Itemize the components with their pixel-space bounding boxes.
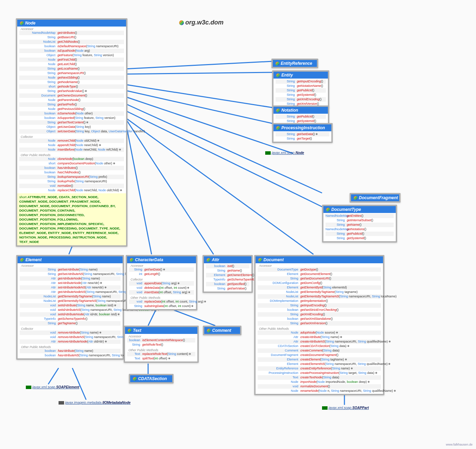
method-row[interactable]: StringgetPublicId ()	[276, 114, 326, 119]
method-row[interactable]: StringgetNotationName ()	[276, 84, 326, 88]
method-row[interactable]: CDATASectioncreateCDATASection (String d…	[258, 344, 381, 348]
method-row[interactable]: NodeListgetElementsByTagNameNS (String n…	[20, 299, 121, 303]
method-row[interactable]: booleanhasAttributes ()	[19, 166, 124, 170]
method-row[interactable]: AttrgetAttributeNodeNS (String namespace…	[20, 290, 121, 294]
method-row[interactable]: voidsetIdAttributeNS (String namespaceUR…	[20, 308, 121, 312]
method-row[interactable]: AttrsetAttributeNode (Attr newAttr)✱	[20, 281, 121, 285]
method-row[interactable]: Stringget/setDocumentURI ()	[258, 276, 381, 281]
method-row[interactable]: StringlookupPrefix (String namespaceURI)	[19, 179, 124, 184]
method-row[interactable]: StringgetTarget ()	[276, 136, 329, 141]
method-row[interactable]: DocumentFragmentcreateDocumentFragment (…	[258, 353, 381, 357]
method-row[interactable]: StringgetSystemId ()	[325, 236, 394, 241]
method-row[interactable]: ElementgetDocumentElement ()	[258, 272, 381, 276]
class-header-pi[interactable]: ProcessingInstruction	[273, 124, 331, 131]
method-row[interactable]: StringgetInternalSubset ()	[325, 218, 394, 223]
extlink-soapelement[interactable]: javax.xml.soap.SOAPElement	[26, 385, 79, 389]
method-row[interactable]: StringgetNodeName ()	[19, 80, 124, 84]
method-row[interactable]: ElementgetOwnerElement ()	[206, 273, 249, 277]
method-row[interactable]: StringgetLocalName ()	[19, 67, 124, 71]
class-header-documentfragment[interactable]: DocumentFragment	[351, 194, 399, 201]
method-row[interactable]: Stringget/setAttributeNS (String namespa…	[20, 272, 121, 276]
method-row[interactable]: ProcessingInstructioncreateProcessingIns…	[258, 371, 381, 375]
method-row[interactable]: voidremoveAttribute (String name)✱	[20, 330, 121, 335]
class-header-characterdata[interactable]: CharacterData	[127, 256, 196, 263]
extlink-iiometadatanode[interactable]: javax.imageio.metadata.IIOMetadataNode	[59, 401, 131, 405]
method-row[interactable]: Stringget/setData ()✱	[129, 267, 194, 272]
method-row[interactable]: StringgetInputEncoding ()	[258, 303, 381, 308]
method-row[interactable]: NodeinsertBefore (Node newChild, Node re…	[19, 147, 124, 152]
method-row[interactable]: DOMImplementationgetImplementation ()	[258, 299, 381, 303]
method-row[interactable]: StringgetSystemId ()	[276, 93, 326, 97]
method-row[interactable]: Stringget/setTextContent ()✱	[19, 120, 124, 125]
method-row[interactable]: NodeappendChild (Node newChild)✱	[19, 143, 124, 147]
class-header-attr[interactable]: Attr	[204, 256, 251, 263]
method-row[interactable]: booleanhasAttribute (String name)	[20, 349, 121, 353]
method-row[interactable]: NamedNodeMapgetNotations ()	[325, 227, 394, 232]
method-row[interactable]: Stringget/setPrefix ()	[19, 102, 124, 107]
class-header-node[interactable]: Node	[17, 20, 126, 27]
method-row[interactable]: StringgetNamespaceURI ()	[19, 71, 124, 75]
method-row[interactable]: NodegetLastChild ()	[19, 62, 124, 67]
method-row[interactable]: voidnormalizeDocument ()	[258, 384, 381, 389]
method-row[interactable]: StringgetName ()	[325, 223, 394, 227]
method-row[interactable]: DocumentgetOwnerDocument ()	[19, 93, 124, 98]
method-row[interactable]: booleanisSameNode (Node other)	[19, 111, 124, 116]
method-row[interactable]: Stringget/setData ()✱	[276, 132, 329, 136]
method-row[interactable]: intgetLength ()	[129, 272, 194, 276]
method-row[interactable]: DocumentTypegetDoctype ()	[258, 267, 381, 272]
method-row[interactable]: booleanisEqualNode (Node arg)	[19, 49, 124, 53]
method-row[interactable]: Stringget/setAttribute (String name)	[20, 267, 121, 272]
method-row[interactable]: NodeadoptNode (Node source)✱	[258, 330, 381, 335]
method-row[interactable]: AttrcreateAttribute (String name)✱	[258, 335, 381, 339]
method-row[interactable]: ObjectgetFeature (String feature, String…	[19, 53, 124, 58]
method-row[interactable]: TextsplitText (int offset)✱	[127, 356, 195, 361]
method-row[interactable]: voidsetIdAttributeNode (Attr idAttr, boo…	[20, 312, 121, 317]
method-row[interactable]: NodeListgetChildNodes ()	[19, 40, 124, 44]
method-row[interactable]: booleanisSupported (String feature, Stri…	[19, 116, 124, 120]
method-row[interactable]: AttrremoveAttributeNode (Attr oldAttr)✱	[20, 339, 121, 344]
method-row[interactable]: booleanhasAttributeNS (String namespaceU…	[20, 353, 121, 358]
method-row[interactable]: StringgetPublicId ()	[276, 88, 326, 93]
method-row[interactable]: TypeInfogetSchemaTypeInfo ()	[206, 277, 249, 282]
method-row[interactable]: booleanisDefaultNamespace (String namesp…	[19, 44, 124, 49]
method-row[interactable]: NoderenameNode (Node n, String namespace…	[258, 389, 381, 393]
method-row[interactable]: ObjectgetUserData (String key)	[19, 125, 124, 129]
method-row[interactable]: EntityReferencecreateEntityReference (St…	[258, 366, 381, 371]
method-row[interactable]: AttrgetAttributeNode (String name)	[20, 276, 121, 281]
method-row[interactable]: NoderemoveChild (Node oldChild)✱	[19, 139, 124, 143]
method-row[interactable]: NodegetParentNode ()	[19, 98, 124, 102]
method-row[interactable]: NodecloneNode (boolean deep)	[19, 157, 124, 161]
method-row[interactable]: voidsetIdAttribute (String name, boolean…	[20, 303, 121, 308]
method-row[interactable]: NodeimportNode (Node importedNode, boole…	[258, 380, 381, 384]
method-row[interactable]: shortcompareDocumentPosition (Node other…	[19, 161, 124, 166]
method-row[interactable]: StringlookupNamespaceURI (String prefix)	[19, 175, 124, 179]
method-row[interactable]: voidremoveAttributeNS (String namespaceU…	[20, 335, 121, 339]
method-row[interactable]: voidnormalize ()	[19, 184, 124, 188]
method-row[interactable]: voidreplaceData (int offset, int count, …	[129, 299, 194, 304]
method-row[interactable]: AttrcreateAttributeNS (String namespaceU…	[258, 339, 381, 344]
method-row[interactable]: booleanisElementContentWhitespace ()	[127, 338, 195, 343]
method-row[interactable]: TextcreateTextNode (String data)	[258, 375, 381, 380]
method-row[interactable]: TypeInfogetSchemaTypeInfo ()	[20, 317, 121, 321]
method-row[interactable]: Stringget/setXmlVersion ()	[258, 321, 381, 326]
method-row[interactable]: ElementcreateElement (String tagName)✱	[258, 357, 381, 362]
method-row[interactable]: StringgetInputEncoding ()	[276, 79, 326, 84]
class-header-document[interactable]: Document	[256, 256, 383, 263]
method-row[interactable]: booleanisId ()	[206, 264, 249, 268]
method-row[interactable]: shortgetNodeType ()	[19, 84, 124, 89]
method-row[interactable]: StringgetXmlEncoding ()	[258, 312, 381, 317]
method-row[interactable]: ElementcreateElementNS (String namespace…	[258, 362, 381, 366]
method-row[interactable]: StringgetPublicId ()	[325, 232, 394, 236]
method-row[interactable]: voidappendData (String arg)✱	[129, 281, 194, 286]
method-row[interactable]: NodegetPreviousSibling ()	[19, 107, 124, 111]
method-row[interactable]: CommentcreateComment (String data)	[258, 348, 381, 353]
method-row[interactable]: StringgetName ()	[206, 268, 249, 273]
method-row[interactable]: AttrsetAttributeNodeNS (Attr newAttr)✱	[20, 285, 121, 290]
method-row[interactable]: StringgetXmlEncoding ()	[276, 97, 326, 102]
class-header-notation[interactable]: Notation	[273, 107, 328, 114]
method-row[interactable]: NodeListgetElementsByTagName (String tag…	[258, 290, 381, 294]
class-header-entity[interactable]: Entity	[273, 72, 328, 79]
method-row[interactable]: voidinsertData (int offset, String arg)✱	[129, 290, 194, 295]
method-row[interactable]: DOMConfigurationgetDomConfig ()	[258, 281, 381, 285]
method-row[interactable]: booleangetSpecified ()	[206, 282, 249, 286]
